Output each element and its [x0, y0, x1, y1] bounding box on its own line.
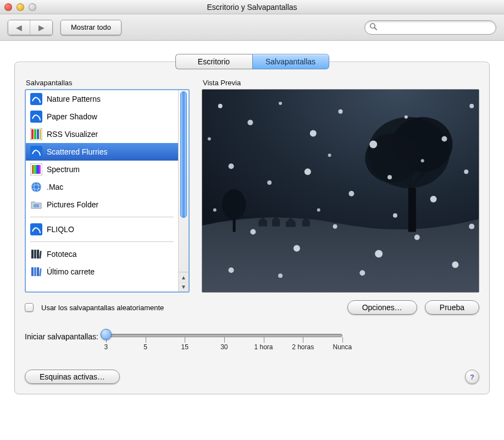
chevron-left-icon: ◀ — [16, 23, 22, 32]
list-item-label: Paper Shadow — [47, 112, 97, 121]
svg-rect-24 — [39, 268, 41, 276]
list-item-label: Scattered Flurries — [47, 147, 107, 156]
svg-point-48 — [469, 104, 474, 108]
start-delay-slider[interactable]: 3515301 hora2 horasNunca — [106, 330, 342, 337]
scroll-up-icon[interactable]: ▲ — [179, 272, 189, 282]
preferences-window: Escritorio y Salvapantallas ◀ ▶ Mostrar … — [0, 0, 504, 400]
svg-rect-11 — [32, 165, 41, 174]
svg-point-55 — [464, 169, 468, 174]
random-screensaver-label: Usar los salvapantallas aleatoriamente — [41, 304, 164, 312]
svg-rect-16 — [30, 223, 42, 235]
search-icon — [369, 23, 377, 32]
svg-rect-8 — [40, 129, 41, 139]
svg-point-41 — [247, 120, 253, 125]
scrollbar[interactable]: ▲ ▼ — [178, 90, 189, 292]
slider-tick — [303, 337, 303, 343]
svg-point-50 — [267, 180, 272, 185]
list-item-label: .Mac — [47, 183, 63, 191]
svg-point-62 — [452, 261, 458, 268]
list-item[interactable]: Spectrum — [26, 161, 178, 178]
scroll-down-icon[interactable]: ▼ — [179, 282, 189, 292]
globe-icon — [30, 181, 42, 193]
slider-tick — [185, 337, 185, 343]
svg-point-57 — [250, 229, 256, 235]
svg-rect-32 — [302, 221, 310, 227]
slider-tick-label: 2 horas — [292, 343, 314, 351]
svg-point-56 — [213, 208, 217, 212]
slider-tick — [146, 337, 146, 343]
back-button[interactable]: ◀ — [8, 20, 30, 35]
svg-point-67 — [328, 153, 331, 157]
list-separator — [30, 217, 174, 217]
slider-tick-label: 3 — [104, 343, 108, 351]
slider-knob[interactable] — [101, 329, 112, 340]
preview-area — [202, 89, 479, 293]
help-icon: ? — [470, 373, 474, 381]
list-item[interactable]: Nature Patterns — [26, 90, 178, 108]
slider-tick-label: 15 — [181, 343, 189, 351]
list-item-label: Spectrum — [47, 165, 80, 174]
test-button[interactable]: Prueba — [425, 300, 479, 315]
window-title: Escritorio y Salvapantallas — [0, 3, 504, 12]
svg-point-60 — [375, 250, 383, 257]
list-separator — [30, 241, 174, 242]
svg-point-47 — [442, 136, 447, 142]
forward-button[interactable]: ▶ — [30, 20, 52, 35]
svg-point-40 — [218, 104, 223, 108]
list-item-label: Último carrete — [47, 267, 95, 276]
titlebar: Escritorio y Salvapantallas — [0, 0, 504, 14]
scroll-thumb[interactable] — [180, 91, 187, 218]
svg-rect-22 — [34, 267, 36, 276]
list-item[interactable]: Scattered Flurries — [26, 143, 178, 161]
rss-icon — [30, 128, 42, 140]
svg-rect-9 — [30, 146, 42, 158]
list-item[interactable]: Paper Shadow — [26, 108, 178, 125]
search-input[interactable] — [380, 23, 491, 32]
svg-point-42 — [279, 102, 282, 105]
svg-point-63 — [229, 267, 234, 273]
slider-tick-label: Nunca — [333, 343, 352, 351]
svg-rect-7 — [37, 129, 39, 139]
list-header: Salvapantallas — [26, 79, 189, 87]
svg-point-69 — [393, 213, 397, 218]
svg-rect-19 — [37, 250, 39, 258]
svg-rect-34 — [408, 188, 416, 232]
slider-tick — [224, 337, 225, 343]
list-item[interactable]: .Mac — [26, 178, 178, 196]
svg-rect-26 — [258, 221, 267, 227]
svg-point-43 — [310, 130, 317, 137]
spectrum-icon — [30, 163, 42, 175]
svg-point-44 — [339, 109, 343, 114]
options-button[interactable]: Opciones… — [347, 300, 417, 315]
svg-point-68 — [421, 159, 424, 162]
slider-tick-label: 5 — [143, 343, 147, 351]
list-item[interactable]: Pictures Folder — [26, 196, 178, 213]
list-item[interactable]: RSS Visualizer — [26, 125, 178, 143]
svg-point-61 — [414, 235, 420, 240]
svg-rect-30 — [286, 222, 296, 227]
list-item[interactable]: Último carrete — [26, 263, 178, 280]
svg-point-12 — [31, 182, 41, 192]
tab-desktop[interactable]: Escritorio — [175, 54, 252, 69]
folder-icon — [30, 199, 42, 211]
help-button[interactable]: ? — [465, 370, 479, 384]
svg-rect-17 — [31, 250, 34, 258]
library-dark-icon — [30, 248, 42, 260]
show-all-button[interactable]: Mostrar todo — [60, 20, 121, 35]
swirl-blue-icon — [30, 146, 42, 158]
list-item[interactable]: Fototeca — [26, 245, 178, 263]
svg-rect-5 — [31, 129, 34, 139]
svg-point-39 — [222, 189, 246, 220]
library-blue-icon — [30, 266, 42, 278]
svg-rect-23 — [37, 267, 39, 276]
search-field[interactable] — [364, 20, 496, 35]
svg-line-1 — [374, 28, 376, 30]
list-item[interactable]: FLIQLO — [26, 221, 178, 238]
random-screensaver-checkbox[interactable] — [25, 303, 34, 312]
hot-corners-button[interactable]: Esquinas activas… — [25, 370, 120, 384]
list-item-label: Nature Patterns — [47, 95, 101, 103]
nav-back-forward: ◀ ▶ — [8, 20, 53, 35]
svg-rect-3 — [30, 111, 42, 123]
tab-screensaver[interactable]: Salvapantallas — [252, 54, 329, 69]
svg-point-46 — [405, 116, 408, 119]
